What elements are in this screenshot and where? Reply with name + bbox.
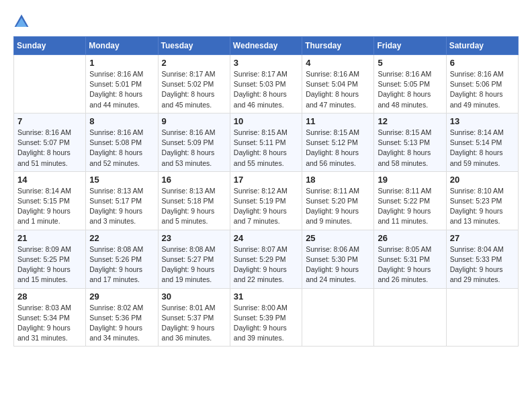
- day-info: Sunrise: 8:03 AMSunset: 5:34 PMDaylight:…: [17, 303, 82, 344]
- day-number: 13: [450, 116, 515, 126]
- day-info: Sunrise: 8:15 AMSunset: 5:11 PMDaylight:…: [234, 128, 298, 169]
- day-info: Sunrise: 8:02 AMSunset: 5:36 PMDaylight:…: [89, 303, 154, 344]
- day-header-saturday: Saturday: [446, 37, 518, 55]
- day-number: 27: [450, 233, 515, 243]
- day-number: 8: [89, 116, 154, 126]
- calendar-cell: 29 Sunrise: 8:02 AMSunset: 5:36 PMDaylig…: [86, 288, 158, 347]
- calendar-week-5: 28 Sunrise: 8:03 AMSunset: 5:34 PMDaylig…: [14, 288, 519, 347]
- day-info: Sunrise: 8:09 AMSunset: 5:25 PMDaylight:…: [17, 244, 82, 285]
- day-info: Sunrise: 8:16 AMSunset: 5:06 PMDaylight:…: [450, 69, 515, 110]
- calendar-cell: 2 Sunrise: 8:17 AMSunset: 5:02 PMDayligh…: [158, 55, 230, 113]
- day-number: 2: [162, 58, 226, 68]
- calendar-cell: 5 Sunrise: 8:16 AMSunset: 5:05 PMDayligh…: [374, 55, 446, 113]
- day-info: Sunrise: 8:00 AMSunset: 5:39 PMDaylight:…: [234, 303, 298, 344]
- calendar-week-3: 14 Sunrise: 8:14 AMSunset: 5:15 PMDaylig…: [14, 171, 519, 230]
- day-number: 29: [89, 291, 154, 302]
- day-number: 25: [306, 233, 370, 243]
- day-number: 4: [306, 58, 370, 68]
- day-info: Sunrise: 8:16 AMSunset: 5:07 PMDaylight:…: [17, 128, 82, 169]
- day-info: Sunrise: 8:11 AMSunset: 5:20 PMDaylight:…: [306, 186, 370, 227]
- calendar-week-2: 7 Sunrise: 8:16 AMSunset: 5:07 PMDayligh…: [14, 113, 519, 171]
- day-info: Sunrise: 8:08 AMSunset: 5:27 PMDaylight:…: [162, 244, 226, 285]
- day-info: Sunrise: 8:06 AMSunset: 5:30 PMDaylight:…: [306, 244, 370, 285]
- day-info: Sunrise: 8:16 AMSunset: 5:05 PMDaylight:…: [378, 69, 442, 110]
- calendar-cell: 26 Sunrise: 8:05 AMSunset: 5:31 PMDaylig…: [374, 230, 446, 288]
- day-number: 5: [378, 58, 442, 68]
- calendar-cell: 4 Sunrise: 8:16 AMSunset: 5:04 PMDayligh…: [302, 55, 374, 113]
- day-number: 20: [450, 175, 515, 185]
- day-header-monday: Monday: [86, 37, 158, 55]
- day-number: 18: [306, 175, 370, 185]
- day-info: Sunrise: 8:10 AMSunset: 5:23 PMDaylight:…: [450, 186, 515, 227]
- calendar-cell: 13 Sunrise: 8:14 AMSunset: 5:14 PMDaylig…: [446, 113, 518, 171]
- day-info: Sunrise: 8:07 AMSunset: 5:29 PMDaylight:…: [234, 244, 298, 285]
- calendar-cell: 9 Sunrise: 8:16 AMSunset: 5:09 PMDayligh…: [158, 113, 230, 171]
- day-number: 24: [234, 233, 298, 243]
- day-info: Sunrise: 8:14 AMSunset: 5:14 PMDaylight:…: [450, 128, 515, 169]
- day-number: 14: [17, 175, 82, 185]
- calendar-cell: 30 Sunrise: 8:01 AMSunset: 5:37 PMDaylig…: [158, 288, 230, 347]
- day-number: 26: [378, 233, 442, 243]
- day-number: 7: [17, 116, 82, 126]
- calendar-cell: 11 Sunrise: 8:15 AMSunset: 5:12 PMDaylig…: [302, 113, 374, 171]
- calendar-cell: 23 Sunrise: 8:08 AMSunset: 5:27 PMDaylig…: [158, 230, 230, 288]
- day-info: Sunrise: 8:04 AMSunset: 5:33 PMDaylight:…: [450, 244, 515, 285]
- logo: [13, 13, 32, 30]
- calendar-week-4: 21 Sunrise: 8:09 AMSunset: 5:25 PMDaylig…: [14, 230, 519, 288]
- calendar-cell: 16 Sunrise: 8:13 AMSunset: 5:18 PMDaylig…: [158, 171, 230, 230]
- calendar-cell: 19 Sunrise: 8:11 AMSunset: 5:22 PMDaylig…: [374, 171, 446, 230]
- day-number: 1: [89, 58, 154, 68]
- day-info: Sunrise: 8:13 AMSunset: 5:18 PMDaylight:…: [162, 186, 226, 227]
- calendar-cell: 1 Sunrise: 8:16 AMSunset: 5:01 PMDayligh…: [86, 55, 158, 113]
- day-number: 30: [162, 291, 226, 302]
- page-header: [13, 13, 519, 30]
- day-header-friday: Friday: [374, 37, 446, 55]
- day-number: 11: [306, 116, 370, 126]
- day-info: Sunrise: 8:01 AMSunset: 5:37 PMDaylight:…: [162, 303, 226, 344]
- calendar-cell: [14, 55, 86, 113]
- calendar-cell: 20 Sunrise: 8:10 AMSunset: 5:23 PMDaylig…: [446, 171, 518, 230]
- day-number: 12: [378, 116, 442, 126]
- calendar-cell: 17 Sunrise: 8:12 AMSunset: 5:19 PMDaylig…: [230, 171, 302, 230]
- calendar-cell: 14 Sunrise: 8:14 AMSunset: 5:15 PMDaylig…: [14, 171, 86, 230]
- day-number: 22: [89, 233, 154, 243]
- calendar-cell: [446, 288, 518, 347]
- day-info: Sunrise: 8:15 AMSunset: 5:13 PMDaylight:…: [378, 128, 442, 169]
- calendar-cell: 12 Sunrise: 8:15 AMSunset: 5:13 PMDaylig…: [374, 113, 446, 171]
- calendar-cell: 28 Sunrise: 8:03 AMSunset: 5:34 PMDaylig…: [14, 288, 86, 347]
- day-number: 6: [450, 58, 515, 68]
- day-info: Sunrise: 8:08 AMSunset: 5:26 PMDaylight:…: [89, 244, 154, 285]
- calendar-table: SundayMondayTuesdayWednesdayThursdayFrid…: [13, 36, 519, 347]
- day-info: Sunrise: 8:16 AMSunset: 5:01 PMDaylight:…: [89, 69, 154, 110]
- day-info: Sunrise: 8:12 AMSunset: 5:19 PMDaylight:…: [234, 186, 298, 227]
- day-info: Sunrise: 8:14 AMSunset: 5:15 PMDaylight:…: [17, 186, 82, 227]
- day-header-tuesday: Tuesday: [158, 37, 230, 55]
- calendar-cell: 15 Sunrise: 8:13 AMSunset: 5:17 PMDaylig…: [86, 171, 158, 230]
- day-info: Sunrise: 8:11 AMSunset: 5:22 PMDaylight:…: [378, 186, 442, 227]
- calendar-cell: 31 Sunrise: 8:00 AMSunset: 5:39 PMDaylig…: [230, 288, 302, 347]
- day-number: 16: [162, 175, 226, 185]
- logo-icon: [13, 13, 30, 30]
- calendar-cell: 10 Sunrise: 8:15 AMSunset: 5:11 PMDaylig…: [230, 113, 302, 171]
- day-info: Sunrise: 8:17 AMSunset: 5:02 PMDaylight:…: [162, 69, 226, 110]
- calendar-cell: [302, 288, 374, 347]
- day-number: 10: [234, 116, 298, 126]
- calendar-week-1: 1 Sunrise: 8:16 AMSunset: 5:01 PMDayligh…: [14, 55, 519, 113]
- day-header-thursday: Thursday: [302, 37, 374, 55]
- calendar-cell: 8 Sunrise: 8:16 AMSunset: 5:08 PMDayligh…: [86, 113, 158, 171]
- day-info: Sunrise: 8:05 AMSunset: 5:31 PMDaylight:…: [378, 244, 442, 285]
- day-info: Sunrise: 8:16 AMSunset: 5:09 PMDaylight:…: [162, 128, 226, 169]
- day-number: 9: [162, 116, 226, 126]
- calendar-cell: 24 Sunrise: 8:07 AMSunset: 5:29 PMDaylig…: [230, 230, 302, 288]
- calendar-cell: [374, 288, 446, 347]
- day-number: 19: [378, 175, 442, 185]
- calendar-header-row: SundayMondayTuesdayWednesdayThursdayFrid…: [14, 37, 519, 55]
- calendar-cell: 6 Sunrise: 8:16 AMSunset: 5:06 PMDayligh…: [446, 55, 518, 113]
- calendar-cell: 7 Sunrise: 8:16 AMSunset: 5:07 PMDayligh…: [14, 113, 86, 171]
- calendar-cell: 3 Sunrise: 8:17 AMSunset: 5:03 PMDayligh…: [230, 55, 302, 113]
- calendar-cell: 25 Sunrise: 8:06 AMSunset: 5:30 PMDaylig…: [302, 230, 374, 288]
- day-number: 15: [89, 175, 154, 185]
- day-info: Sunrise: 8:17 AMSunset: 5:03 PMDaylight:…: [234, 69, 298, 110]
- calendar-cell: 18 Sunrise: 8:11 AMSunset: 5:20 PMDaylig…: [302, 171, 374, 230]
- day-info: Sunrise: 8:16 AMSunset: 5:04 PMDaylight:…: [306, 69, 370, 110]
